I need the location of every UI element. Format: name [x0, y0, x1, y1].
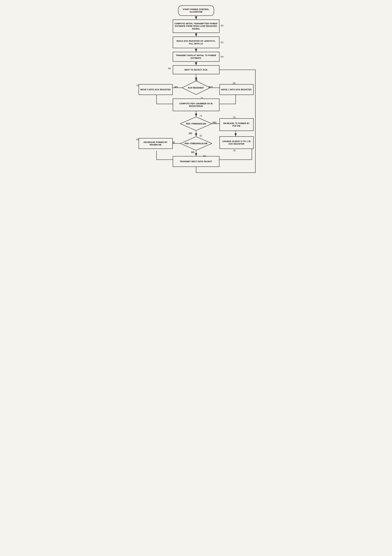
ref-72: 72	[201, 97, 203, 100]
per-lt-low-diamond: PER <THRESHOLDLOW	[180, 136, 212, 151]
ref-60: 60	[221, 24, 223, 27]
ref-80: 80	[203, 155, 206, 157]
transmit-initial-node: TRANSMIT DATA AT INITIAL TX POWER ESTIMA…	[173, 52, 219, 62]
flowchart: START POWER CONTROL ALGORITHM COMPUTE IN…	[133, 4, 259, 183]
increase-tx-node: INCREASE TX POWER BY PUP DB	[219, 118, 254, 131]
ref-84: 84	[136, 138, 139, 141]
ref-66: 66	[168, 67, 171, 70]
move-0-label: MOVE 0 INTO ACK REGISTER	[140, 88, 171, 91]
transmit-initial-label: TRANSMIT DATA AT INITIAL TX POWER ESTIMA…	[174, 54, 218, 59]
start-node: START POWER CONTROL ALGORITHM	[178, 5, 214, 16]
ref-74: 74	[200, 115, 202, 117]
compute-per-label: COMPUTE PER =(NUMBER 0S IN REGISTER)/N	[174, 102, 218, 108]
yes-label-ack: YES	[208, 86, 213, 88]
ack-received-diamond: ACK RECEIVED?	[182, 81, 211, 95]
ref-82: 82	[200, 134, 202, 137]
compute-initial-label: COMPUTE INITIAL TRANSMITTER POWER ESTIMA…	[174, 22, 218, 30]
per-gt-hi-diamond: PER >THRESHOLDHI	[180, 116, 212, 131]
per-lt-low-label: PER <THRESHOLDLOW	[185, 142, 207, 145]
increase-tx-label: INCREASE TX POWER BY PUP DB	[221, 122, 252, 127]
ref-70: 70	[136, 84, 139, 87]
compute-initial-node: COMPUTE INITIAL TRANSMITTER POWER ESTIMA…	[173, 19, 219, 33]
per-gt-hi-label: PER >THRESHOLDHI	[186, 123, 206, 125]
ref-78: 78	[233, 149, 235, 152]
ref-64: 64	[221, 55, 223, 58]
wait-detect-label: WAIT TO DETECT ACK	[184, 69, 207, 71]
start-label: START POWER CONTROL ALGORITHM	[179, 8, 214, 13]
wait-detect-node: WAIT TO DETECT ACK	[173, 65, 219, 74]
move-1-label: MOVE 1 INTO ACK REGISTER	[221, 88, 251, 91]
no-label-per-low: NO	[191, 151, 195, 154]
decrease-power-node: DECREASE POWER BY PDOWN DB	[139, 138, 173, 149]
decrease-power-label: DECREASE POWER BY PDOWN DB	[140, 141, 171, 146]
no-label-per-hi: NO	[189, 132, 192, 135]
change-oldest-label: CHANGE OLDEST 0 TO 1 IN ACK REGISTER	[221, 140, 252, 145]
move-0-node: MOVE 0 INTO ACK REGISTER	[139, 84, 173, 95]
move-1-node: MOVE 1 INTO ACK REGISTER	[219, 84, 254, 95]
yes-label-per-hi: YES	[212, 121, 217, 124]
ack-received-label: ACK RECEIVED?	[188, 87, 204, 89]
build-ack-node: BUILD ACK REGISTER OF LENGTH N, FILL WIT…	[173, 37, 219, 48]
ref-62: 62	[221, 41, 223, 44]
ref-76: 76	[233, 116, 235, 119]
change-oldest-node: CHANGE OLDEST 0 TO 1 IN ACK REGISTER	[219, 136, 254, 149]
ref-68: 68	[195, 79, 197, 82]
compute-per-node: COMPUTE PER =(NUMBER 0S IN REGISTER)/N	[173, 99, 219, 111]
ref-69: 69	[233, 82, 235, 85]
transmit-next-node: TRANSMIT NEXT DATA PACKET	[173, 156, 219, 167]
transmit-next-label: TRANSMIT NEXT DATA PACKET	[180, 160, 212, 163]
no-label-ack: NO	[174, 86, 178, 88]
build-ack-label: BUILD ACK REGISTER OF LENGTH N, FILL WIT…	[174, 40, 218, 45]
